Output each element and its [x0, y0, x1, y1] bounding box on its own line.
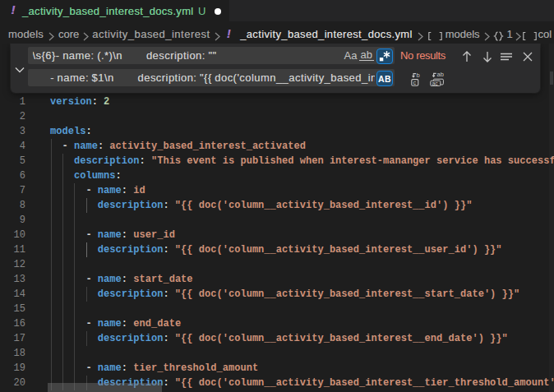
svg-text:ab: ab [437, 71, 444, 78]
svg-text:c: c [413, 79, 417, 86]
svg-text:b: b [417, 71, 420, 79]
svg-text:ac: ac [432, 81, 439, 86]
